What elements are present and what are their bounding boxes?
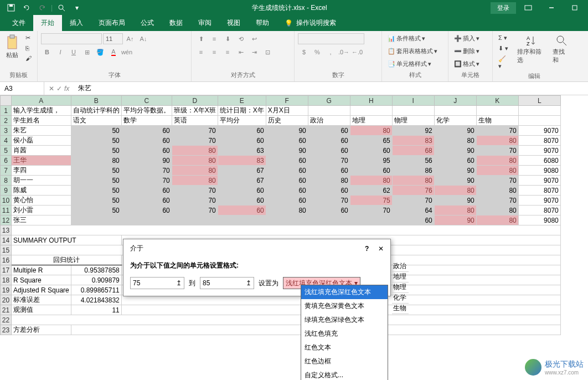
cell[interactable]: 陈威	[12, 186, 71, 196]
tab-insert[interactable]: 插入	[62, 15, 91, 31]
cell[interactable]: 75	[350, 196, 392, 206]
col-header[interactable]: C	[121, 96, 172, 106]
cut-icon[interactable]: ✂	[23, 33, 34, 43]
tab-view[interactable]: 视图	[219, 15, 248, 31]
cell[interactable]: 60	[308, 206, 350, 215]
cell[interactable]: 历史	[266, 116, 308, 126]
tab-home[interactable]: 开始	[33, 15, 62, 31]
row-header[interactable]: 1	[1, 106, 12, 116]
cell[interactable]: 80	[476, 215, 518, 225]
cell[interactable]: 63	[218, 146, 266, 156]
phonetic-icon[interactable]: wén	[121, 47, 133, 58]
confirm-formula-icon[interactable]: ✓	[56, 85, 62, 93]
cell[interactable]: 90	[121, 156, 172, 166]
align-right-icon[interactable]: ≡	[221, 47, 234, 58]
cell[interactable]: 80	[434, 206, 476, 215]
cell[interactable]: 50	[71, 206, 121, 215]
cell[interactable]: 9070	[518, 176, 560, 186]
cell[interactable]: 朱艺	[12, 126, 71, 136]
cell[interactable]: 60	[308, 166, 350, 176]
row-header[interactable]: 10	[1, 196, 12, 206]
cell[interactable]: 80	[476, 186, 518, 196]
clear-icon[interactable]: 🧹 ▾	[496, 54, 513, 71]
cell[interactable]: 90	[434, 126, 476, 136]
cell[interactable]: 76	[392, 186, 434, 196]
dropdown-option[interactable]: 浅红色填充	[301, 327, 388, 341]
cell[interactable]: 60	[218, 136, 266, 146]
cell[interactable]: 侯小磊	[12, 136, 71, 146]
cell[interactable]: 60	[218, 126, 266, 136]
cell[interactable]: 90	[266, 146, 308, 156]
cancel-formula-icon[interactable]: ✕	[49, 85, 54, 93]
merge-icon[interactable]: ⊡	[261, 47, 274, 58]
cell[interactable]: 86	[392, 166, 434, 176]
cell[interactable]	[172, 215, 218, 225]
tab-help[interactable]: 帮助	[248, 15, 277, 31]
name-box[interactable]: A3	[0, 82, 44, 95]
cell[interactable]: 50	[71, 126, 121, 136]
row-header[interactable]: 5	[1, 146, 12, 156]
cell[interactable]	[71, 215, 121, 225]
cell[interactable]: 80	[71, 156, 121, 166]
cell[interactable]: 70	[308, 196, 350, 206]
cell[interactable]: 刘小雷	[12, 206, 71, 215]
dropdown-option[interactable]: 绿填充色深绿色文本	[301, 313, 388, 327]
cell[interactable]: 80	[434, 186, 476, 196]
cell[interactable]: 9070	[518, 146, 560, 156]
tab-layout[interactable]: 页面布局	[91, 15, 133, 31]
tab-review[interactable]: 审阅	[190, 15, 219, 31]
cell[interactable]: 50	[71, 196, 121, 206]
cell[interactable]: 60	[121, 126, 172, 136]
decrease-indent-icon[interactable]: ⇤	[235, 47, 247, 58]
increase-decimal-icon[interactable]: .0→	[338, 47, 350, 58]
cell[interactable]: 80	[172, 166, 218, 176]
currency-icon[interactable]: $	[298, 47, 310, 58]
cell[interactable]: 70	[172, 206, 218, 215]
cell[interactable]: 9070	[518, 126, 560, 136]
cell[interactable]: 60	[308, 136, 350, 146]
find-select-button[interactable]: 查找和	[550, 33, 572, 65]
cell[interactable]: 70	[476, 176, 518, 186]
cell[interactable]: 60	[308, 126, 350, 136]
cell[interactable]: 65	[350, 136, 392, 146]
fill-icon[interactable]: ⬇ ▾	[496, 44, 513, 53]
cell[interactable]	[518, 106, 560, 116]
align-center-icon[interactable]: ≡	[208, 47, 220, 58]
cell[interactable]: 50	[71, 146, 121, 156]
insert-cells-button[interactable]: ➕ 插入 ▾	[452, 33, 482, 44]
cell[interactable]: 90	[434, 176, 476, 186]
maximize-icon[interactable]	[564, 0, 586, 16]
row-header[interactable]: 2	[1, 116, 12, 126]
comma-icon[interactable]: ,	[324, 47, 337, 58]
cell[interactable]: 自动统计学科的	[71, 106, 121, 116]
cell[interactable]: 56	[392, 156, 434, 166]
increase-indent-icon[interactable]: ⇥	[248, 47, 260, 58]
cell[interactable]	[308, 215, 350, 225]
cell[interactable]: 90	[434, 146, 476, 156]
cell[interactable]: 70	[172, 196, 218, 206]
cell[interactable]: 60	[121, 136, 172, 146]
formula-input[interactable]: 朱艺	[74, 84, 588, 93]
cell[interactable]	[350, 106, 392, 116]
cell[interactable]: 80	[350, 126, 392, 136]
cell[interactable]: 62	[350, 186, 392, 196]
row-header[interactable]: 8	[1, 176, 12, 186]
cell[interactable]: 9080	[518, 166, 560, 176]
col-header[interactable]: K	[476, 96, 518, 106]
cell[interactable]: 数学	[121, 116, 172, 126]
cell[interactable]: 92	[392, 126, 434, 136]
underline-icon[interactable]: U	[68, 47, 80, 58]
dropdown-option[interactable]: 浅红填充色深红色文本	[301, 285, 388, 299]
col-header[interactable]: F	[266, 96, 308, 106]
cell[interactable]: 80	[266, 206, 308, 215]
minimize-icon[interactable]	[540, 0, 563, 16]
col-header[interactable]: I	[392, 96, 434, 106]
dropdown-option[interactable]: 红色文本	[301, 341, 388, 355]
cell[interactable]	[121, 215, 172, 225]
cell[interactable]: 83	[218, 156, 266, 166]
cell[interactable]: 70	[476, 196, 518, 206]
cell[interactable]: 70	[476, 126, 518, 136]
cell[interactable]: 70	[476, 146, 518, 156]
cell[interactable]	[476, 106, 518, 116]
cell[interactable]: 95	[350, 156, 392, 166]
